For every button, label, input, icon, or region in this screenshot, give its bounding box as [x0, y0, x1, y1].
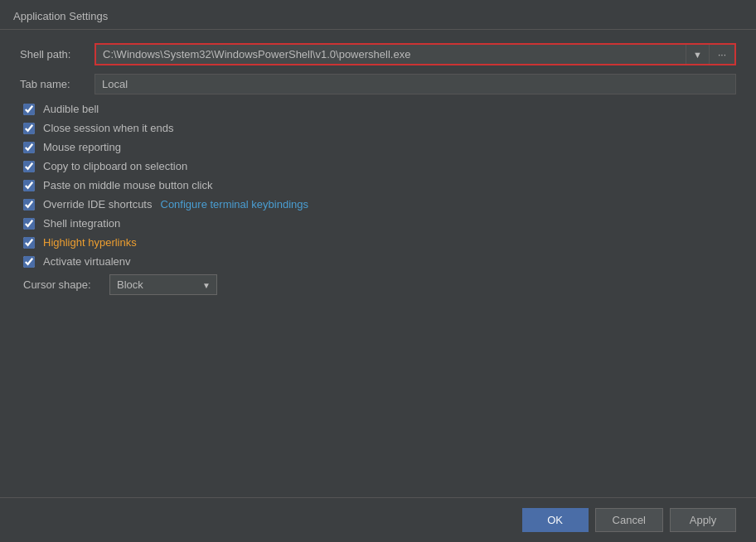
- checkbox-row-close-session: Close session when it ends: [20, 122, 736, 134]
- highlight-hyperlinks-label: Highlight hyperlinks: [43, 236, 137, 249]
- shell-path-row: Shell path: ▼ ···: [20, 43, 736, 65]
- configure-keybindings-link[interactable]: Configure terminal keybindings: [161, 198, 308, 211]
- checkbox-row-mouse-reporting: Mouse reporting: [20, 141, 736, 153]
- shell-path-browse-button[interactable]: ···: [709, 45, 734, 64]
- tab-name-row: Tab name:: [20, 74, 736, 94]
- application-settings-dialog: Application Settings Shell path: ▼ ··· T…: [0, 0, 756, 542]
- tab-name-label: Tab name:: [20, 78, 94, 90]
- dialog-title: Application Settings: [0, 0, 756, 30]
- shell-path-dropdown-button[interactable]: ▼: [686, 45, 709, 64]
- override-ide-label: Override IDE shortcuts: [43, 198, 153, 211]
- cursor-shape-select[interactable]: Block Underline Beam: [109, 274, 217, 295]
- checkbox-row-shell-integration: Shell integration: [20, 217, 736, 230]
- shell-path-input[interactable]: [96, 45, 686, 64]
- shell-integration-checkbox[interactable]: [23, 218, 35, 230]
- copy-clipboard-label: Copy to clipboard on selection: [43, 160, 187, 172]
- cursor-shape-select-wrapper: Block Underline Beam: [109, 274, 217, 295]
- paste-middle-checkbox[interactable]: [23, 180, 35, 191]
- checkbox-row-override-ide: Override IDE shortcuts Configure termina…: [20, 198, 736, 211]
- override-ide-checkbox[interactable]: [23, 199, 35, 211]
- audible-bell-label: Audible bell: [43, 103, 99, 115]
- checkbox-row-highlight-hyperlinks: Highlight hyperlinks: [20, 236, 736, 249]
- paste-middle-label: Paste on middle mouse button click: [43, 179, 213, 191]
- dialog-content: Shell path: ▼ ··· Tab name: Audible bell…: [0, 30, 756, 497]
- copy-clipboard-checkbox[interactable]: [23, 161, 35, 172]
- close-session-checkbox[interactable]: [23, 123, 35, 134]
- shell-path-input-container: ▼ ···: [94, 43, 736, 65]
- cursor-shape-label: Cursor shape:: [23, 278, 109, 291]
- shell-path-label: Shell path:: [20, 48, 94, 60]
- mouse-reporting-checkbox[interactable]: [23, 142, 35, 153]
- cursor-shape-row: Cursor shape: Block Underline Beam: [20, 274, 736, 295]
- checkbox-row-copy-clipboard: Copy to clipboard on selection: [20, 160, 736, 172]
- dialog-footer: OK Cancel Apply: [0, 497, 756, 542]
- checkbox-row-audible-bell: Audible bell: [20, 103, 736, 115]
- apply-button[interactable]: Apply: [670, 508, 736, 532]
- audible-bell-checkbox[interactable]: [23, 104, 35, 115]
- checkbox-row-paste-middle: Paste on middle mouse button click: [20, 179, 736, 191]
- tab-name-input[interactable]: [94, 74, 736, 94]
- close-session-label: Close session when it ends: [43, 122, 174, 134]
- mouse-reporting-label: Mouse reporting: [43, 141, 121, 153]
- activate-virtualenv-checkbox[interactable]: [23, 256, 35, 268]
- cancel-button[interactable]: Cancel: [595, 508, 663, 532]
- shell-integration-label: Shell integration: [43, 217, 120, 230]
- ok-button[interactable]: OK: [522, 508, 589, 532]
- checkbox-row-activate-virtualenv: Activate virtualenv: [20, 255, 736, 268]
- activate-virtualenv-label: Activate virtualenv: [43, 255, 131, 268]
- highlight-hyperlinks-checkbox[interactable]: [23, 237, 35, 249]
